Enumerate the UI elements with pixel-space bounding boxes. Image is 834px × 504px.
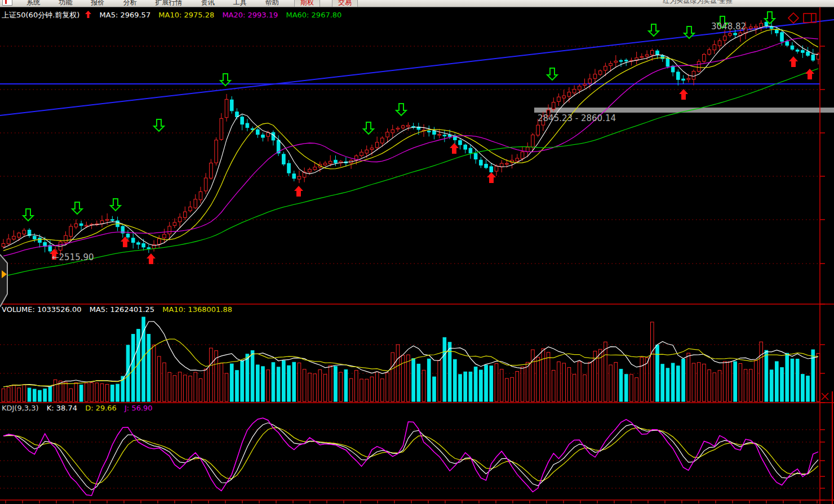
peak-price-label: 3048.82 (711, 21, 746, 32)
candles-layer (2, 20, 820, 258)
main-pane-header: 上证50(60分钟.前复权) MA5: 2969.57 MA10: 2975.2… (2, 10, 347, 20)
volume-pane-header: VOLUME: 1033526.00 MA5: 1262401.25 MA10:… (2, 305, 238, 314)
kdj-j-readout: J: 56.90 (125, 404, 153, 412)
buy-arrow-icon (294, 186, 303, 197)
buy-arrow-icon (679, 89, 688, 100)
sell-arrow-icon (547, 68, 557, 80)
close-strip (822, 393, 828, 400)
chart-canvas[interactable] (0, 0, 834, 504)
buy-arrow-icon (450, 143, 459, 154)
ma10-readout: MA10: 2975.28 (158, 11, 214, 19)
sell-arrow-icon (110, 199, 121, 211)
close-icon[interactable] (822, 393, 828, 400)
volume-ma5-readout: MA5: 1262401.25 (90, 305, 154, 314)
buy-arrow-icon (487, 172, 496, 183)
kdj-d-readout: D: 29.66 (85, 404, 117, 412)
kdj-k-readout: K: 38.74 (47, 404, 77, 412)
left-scroll-flag (0, 255, 7, 307)
sell-arrow-icon (396, 104, 406, 115)
sell-arrow-icon (154, 119, 164, 131)
buy-arrow-icon (121, 237, 130, 247)
volume-bars (2, 317, 820, 402)
sell-arrow-icon (363, 122, 374, 134)
sell-arrow-icon (23, 209, 33, 221)
kdj-pane-header: KDJ(9,3,3) K: 38.74 D: 29.66 J: 56.90 (2, 404, 158, 412)
diamond-icon[interactable] (788, 13, 798, 23)
red-up-arrow-icon (85, 11, 91, 18)
ma60-readout: MA60: 2967.80 (286, 11, 341, 19)
gap-zone-label: 2845.23 - 2860.14 (538, 113, 616, 123)
sell-arrow-icon (649, 24, 659, 36)
low-price-label: ←2515.90 (52, 252, 94, 262)
buy-arrow-icon (147, 253, 156, 264)
signal-arrows (23, 12, 814, 264)
symbol-title: 上证50(60分钟.前复权) (2, 11, 79, 19)
buy-arrow-icon (789, 56, 798, 67)
ma20-readout: MA20: 2993.19 (222, 11, 278, 19)
stock-app-window: 系统 功能 报价 分析 扩展行情 资讯 工具 帮助 期权 交易 红为买盘绿为卖盘… (0, 0, 834, 504)
volume-readout: VOLUME: 1033526.00 (2, 305, 82, 314)
volume-ma-lines (3, 322, 818, 387)
sell-arrow-icon (72, 202, 82, 214)
corner-icon-group (788, 12, 817, 24)
volume-ma10-readout: MA10: 1368001.88 (162, 305, 232, 314)
ma5-readout: MA5: 2969.57 (100, 11, 151, 19)
kdj-name-readout: KDJ(9,3,3) (2, 404, 39, 412)
window-split-icon[interactable] (804, 14, 816, 23)
